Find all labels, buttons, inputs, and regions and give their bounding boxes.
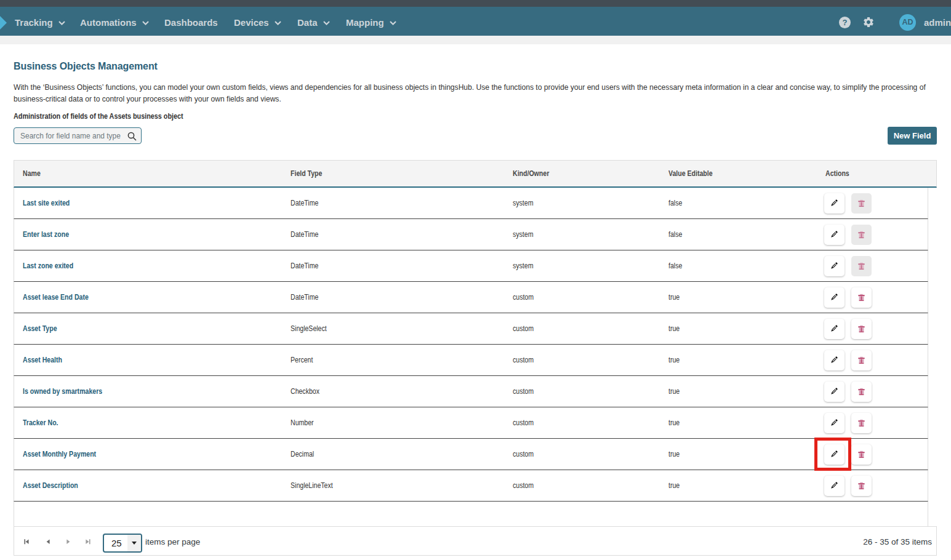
svg-text:?: ? [843, 18, 848, 27]
